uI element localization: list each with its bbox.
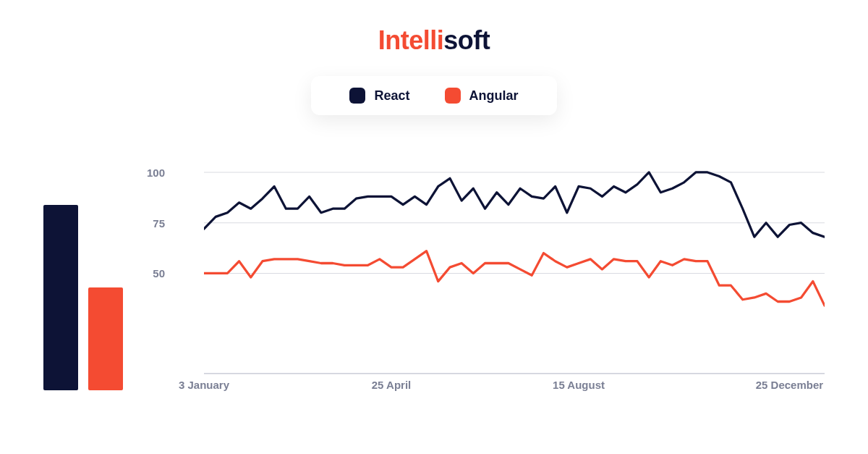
brand-part-a: Intelli bbox=[378, 25, 444, 55]
legend-item-angular: Angular bbox=[445, 88, 519, 104]
legend-label-react: React bbox=[374, 88, 409, 104]
series-line-react bbox=[204, 172, 825, 237]
y-tick-label: 50 bbox=[153, 267, 165, 279]
brand-logo: Intellisoft bbox=[0, 0, 868, 56]
plot-area bbox=[204, 152, 825, 374]
series-line-angular bbox=[204, 251, 825, 306]
bar-angular bbox=[88, 287, 123, 391]
x-tick-label: 15 August bbox=[553, 379, 605, 391]
legend: React Angular bbox=[311, 76, 557, 115]
x-tick-label: 3 January bbox=[179, 379, 229, 391]
y-tick-label: 100 bbox=[147, 166, 165, 178]
x-tick-label: 25 December bbox=[756, 379, 823, 391]
y-tick-label: 75 bbox=[153, 217, 165, 229]
legend-item-react: React bbox=[349, 88, 409, 104]
swatch-icon bbox=[349, 88, 365, 104]
x-tick-label: 25 April bbox=[372, 379, 411, 391]
swatch-icon bbox=[445, 88, 461, 104]
line-chart: 5075100 3 January25 April15 August25 Dec… bbox=[174, 152, 825, 418]
summary-bars bbox=[43, 205, 123, 391]
bar-react bbox=[43, 205, 78, 391]
legend-label-angular: Angular bbox=[469, 88, 519, 104]
brand-part-b: soft bbox=[443, 25, 490, 55]
